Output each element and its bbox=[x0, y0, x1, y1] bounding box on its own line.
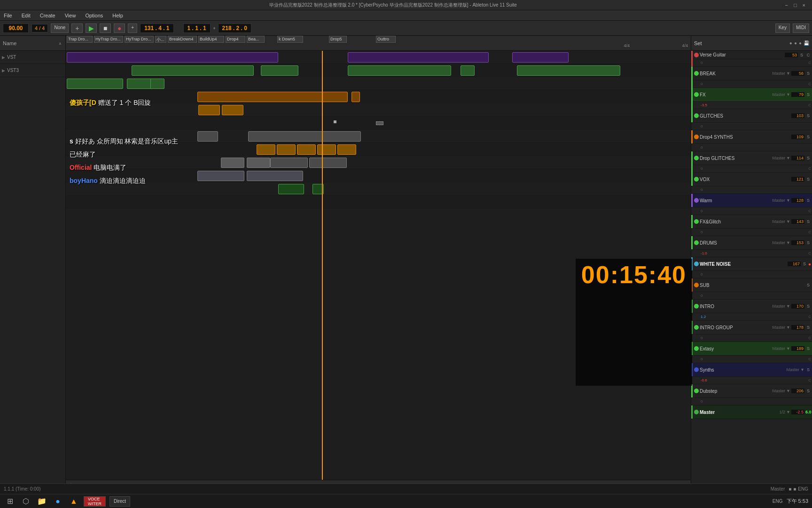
close-btn[interactable]: × bbox=[800, 2, 808, 8]
clip[interactable] bbox=[512, 52, 569, 63]
menu-file[interactable]: File bbox=[2, 12, 14, 19]
clip[interactable] bbox=[67, 52, 278, 63]
track-row-2[interactable] bbox=[66, 64, 691, 77]
track-row-7[interactable] bbox=[66, 130, 691, 143]
position-display[interactable]: 131 . 4 . 1 bbox=[140, 24, 173, 33]
clip[interactable] bbox=[247, 158, 270, 168]
track-row-4[interactable] bbox=[66, 90, 691, 103]
mixer-track-dubstep[interactable]: Dubstep Master ▼ 206 S 0 bbox=[691, 384, 812, 405]
mixer-track-synths[interactable]: Synths Master ▼ S -0.6 C bbox=[691, 363, 812, 384]
clip[interactable] bbox=[198, 105, 220, 115]
taskbar-direct-item[interactable]: Direct bbox=[109, 496, 130, 507]
taskbar-chrome-btn[interactable]: ● bbox=[52, 495, 64, 508]
menu-view[interactable]: View bbox=[63, 12, 78, 19]
track-group-vst[interactable]: ▶ VST bbox=[0, 51, 65, 64]
clip[interactable] bbox=[277, 144, 296, 155]
clip[interactable] bbox=[337, 144, 356, 155]
mixer-save-btn[interactable]: 💾 bbox=[804, 40, 809, 46]
mixer-track-extasy[interactable]: Extasy Master ▼ 189 S 0 C bbox=[691, 342, 812, 363]
track-row-8[interactable] bbox=[66, 143, 691, 156]
minimize-btn[interactable]: − bbox=[782, 2, 790, 8]
clip[interactable] bbox=[309, 158, 347, 168]
status-btn-2[interactable]: ■ bbox=[793, 486, 796, 492]
mixer-track-verse-guitar[interactable]: Verse Guitar 53 S C 0 C bbox=[691, 51, 812, 67]
mixer-dot-2[interactable]: ● bbox=[794, 40, 797, 46]
clip[interactable] bbox=[197, 171, 244, 181]
bpm-display[interactable]: 90.00 bbox=[3, 24, 29, 33]
status-btn-1[interactable]: ■ bbox=[789, 486, 791, 492]
mixer-track-drop4synths[interactable]: Drop4 SYNTHS 109 S 0 bbox=[691, 130, 812, 151]
taskbar-files-btn[interactable]: 📁 bbox=[36, 495, 48, 508]
clip[interactable] bbox=[261, 65, 298, 76]
track-row-12[interactable] bbox=[66, 196, 691, 209]
track-row-9[interactable] bbox=[66, 156, 691, 169]
record-btn[interactable]: ● bbox=[114, 24, 125, 33]
clip[interactable] bbox=[351, 92, 360, 102]
clip-small[interactable] bbox=[376, 121, 383, 125]
taskbar-ableton-btn[interactable]: ▲ bbox=[68, 495, 80, 508]
clip[interactable] bbox=[297, 144, 316, 155]
clip[interactable] bbox=[247, 171, 303, 181]
time-sig[interactable]: 4 / 4 bbox=[31, 24, 48, 32]
record-arm-icon[interactable]: ● bbox=[808, 262, 811, 267]
clip[interactable] bbox=[132, 65, 254, 76]
track-row-11[interactable] bbox=[66, 183, 691, 196]
clip[interactable] bbox=[222, 105, 243, 115]
add-btn2[interactable]: + bbox=[128, 24, 137, 33]
mixer-track-drums[interactable]: DRUMS Master ▼ 153 S -1.0 C bbox=[691, 236, 812, 257]
taskbar-search-btn[interactable]: ⬡ bbox=[20, 495, 32, 508]
track-row-3[interactable] bbox=[66, 77, 691, 90]
track-row-10[interactable] bbox=[66, 169, 691, 183]
clip[interactable] bbox=[517, 65, 620, 76]
clip[interactable] bbox=[197, 92, 348, 102]
mixer-dot-3[interactable]: ● bbox=[799, 40, 802, 46]
mixer-track-vox[interactable]: VOX 121 S 0 bbox=[691, 173, 812, 194]
track-row-1[interactable] bbox=[66, 51, 691, 64]
menu-options[interactable]: Options bbox=[83, 12, 105, 19]
stop-btn[interactable]: ■ bbox=[100, 24, 111, 33]
mixer-track-fxglitch[interactable]: FX&Glitch Master ▼ 143 S 0 C bbox=[691, 215, 812, 236]
mixer-track-fx[interactable]: FX Master ▼ 79 S -3.5 C bbox=[691, 88, 812, 109]
clip[interactable] bbox=[278, 184, 304, 194]
menu-edit[interactable]: Edit bbox=[20, 12, 32, 19]
clip[interactable] bbox=[248, 131, 361, 142]
mixer-track-glitches[interactable]: GLITCHES 103 S 0 bbox=[691, 109, 812, 130]
clip[interactable] bbox=[257, 144, 275, 155]
taskbar-start-btn[interactable]: ⊞ bbox=[4, 495, 16, 508]
track-row-6[interactable] bbox=[66, 117, 691, 130]
clip[interactable] bbox=[348, 52, 489, 63]
play-btn[interactable]: ▶ bbox=[86, 24, 97, 33]
mixer-track-dropglitches[interactable]: Drop GLITCHES Master ▼ 114 S 0 C bbox=[691, 151, 812, 173]
track-group-vst3[interactable]: ▶ VST3 bbox=[0, 64, 65, 77]
clip[interactable] bbox=[150, 79, 164, 89]
clip[interactable] bbox=[348, 65, 451, 76]
mixer-track-intro[interactable]: INTRO Master ▼ 170 S 1.2 C bbox=[691, 300, 812, 321]
sort-icon[interactable]: ▲ bbox=[58, 40, 62, 46]
mixer-track-intro-group[interactable]: INTRO GROUP Master ▼ 178 S 0 C bbox=[691, 321, 812, 342]
menu-help[interactable]: Help bbox=[110, 12, 125, 19]
mixer-track-white-noise[interactable]: WHITE NOISE 167 S ● 0 bbox=[691, 257, 812, 278]
clip[interactable] bbox=[270, 158, 308, 168]
clip[interactable] bbox=[221, 158, 244, 168]
clip[interactable] bbox=[197, 131, 218, 142]
clip[interactable] bbox=[67, 79, 123, 89]
mixer-track-master[interactable]: Master 1/2 ▼ -2.5 6.0 bbox=[691, 405, 812, 419]
loop-selector[interactable]: None bbox=[51, 24, 69, 33]
clip[interactable] bbox=[461, 65, 475, 76]
length-display[interactable]: 218 . 2 . 0 bbox=[218, 24, 251, 33]
track-row-5[interactable] bbox=[66, 103, 691, 117]
menu-create[interactable]: Create bbox=[38, 12, 57, 19]
mixer-track-warm[interactable]: Warm Master ▼ 128 S 0 C bbox=[691, 194, 812, 215]
midi-btn[interactable]: MIDI bbox=[793, 24, 809, 33]
mixer-dot-1[interactable]: ● bbox=[789, 40, 792, 46]
taskbar-voice-item[interactable]: VOCEWITER bbox=[84, 496, 106, 507]
key-btn[interactable]: Key bbox=[775, 24, 790, 33]
mixer-track-sub[interactable]: SUB S 0 bbox=[691, 278, 812, 300]
clip[interactable] bbox=[317, 144, 336, 155]
mixer-track-break[interactable]: BREAK Master ▼ 56 S 0 C bbox=[691, 67, 812, 88]
add-btn[interactable]: + bbox=[71, 24, 83, 33]
position-display2[interactable]: 1 . 1 . 1 bbox=[183, 24, 211, 33]
status-text: 1.1.1 (Time: 0:00) bbox=[4, 486, 41, 492]
playhead bbox=[322, 51, 323, 480]
maximize-btn[interactable]: □ bbox=[791, 2, 800, 8]
